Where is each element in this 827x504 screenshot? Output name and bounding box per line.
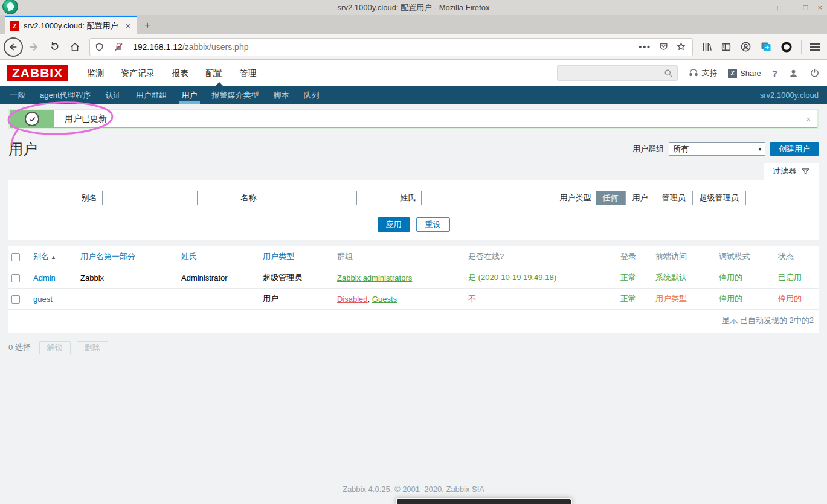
filter-tab[interactable]: 过滤器 [764, 163, 819, 180]
subnav-item-proxies[interactable]: agent代理程序 [33, 86, 98, 104]
user-type-user-button[interactable]: 用户 [625, 191, 655, 205]
frontend-access-link[interactable]: 用户类型 [655, 294, 687, 303]
library-icon[interactable] [701, 42, 712, 53]
group-separator: , [368, 295, 372, 304]
header-alias[interactable]: 别名▲ [30, 246, 77, 267]
zabbix-sia-link[interactable]: Zabbix SIA [446, 485, 484, 494]
header-surname[interactable]: 姓氏 [178, 246, 260, 267]
subnav-item-media-types[interactable]: 报警媒介类型 [205, 86, 266, 104]
subnav-item-users[interactable]: 用户 [175, 86, 205, 104]
sidebar-icon[interactable] [721, 42, 732, 53]
user-type-admin-button[interactable]: 管理员 [655, 191, 693, 205]
selected-count: 0 选择 [8, 342, 31, 353]
status-link[interactable]: 已启用 [778, 273, 802, 282]
sort-asc-icon: ▲ [51, 254, 56, 260]
user-type-superadmin-button[interactable]: 超级管理员 [692, 191, 746, 205]
subnav-item-user-groups[interactable]: 用户群组 [129, 86, 175, 104]
login-status-link[interactable]: 正常 [620, 294, 636, 303]
zabbix-favicon: Z [10, 21, 19, 31]
insecure-lock-icon[interactable] [114, 42, 123, 52]
page-actions-icon[interactable]: ••• [639, 42, 651, 52]
url-bar[interactable]: 192.168.1.12/zabbix/users.php ••• [89, 38, 693, 56]
table-count-text: 显示 已自动发现的 2中的2 [8, 310, 819, 333]
table-header-row: 别名▲ 用户名第一部分 姓氏 用户类型 群组 是否在线? 登录 前端访问 调试模… [8, 246, 819, 267]
forward-button[interactable] [24, 37, 43, 57]
logout-icon[interactable] [809, 68, 820, 78]
group-link[interactable]: Disabled [337, 295, 368, 304]
apply-button[interactable]: 应用 [378, 217, 410, 232]
user-surname-cell [178, 289, 260, 310]
group-link[interactable]: Zabbix administrators [337, 273, 412, 282]
create-user-button[interactable]: 创建用户 [770, 142, 819, 156]
row-checkbox[interactable] [11, 274, 20, 282]
nav-item-inventory[interactable]: 资产记录 [112, 60, 163, 86]
extension-ring-icon[interactable] [780, 41, 793, 53]
select-all-checkbox[interactable] [11, 253, 20, 261]
user-type-label: 用户类型 [560, 193, 591, 203]
frontend-access-link[interactable]: 系统默认 [655, 273, 687, 282]
check-icon [25, 112, 39, 126]
subnav-item-queue[interactable]: 队列 [297, 86, 327, 104]
name-input[interactable] [262, 191, 357, 205]
dock-peek[interactable] [396, 498, 572, 504]
header-name[interactable]: 用户名第一部分 [77, 246, 178, 267]
tab-close-icon[interactable]: × [124, 21, 132, 31]
profile-icon[interactable] [788, 68, 799, 78]
reset-button[interactable]: 重设 [416, 217, 450, 232]
footer-text: Zabbix 4.0.25. © 2001–2020, [343, 485, 446, 494]
nav-item-reports[interactable]: 报表 [163, 60, 197, 86]
close-icon[interactable]: × [817, 3, 822, 12]
pocket-icon[interactable] [658, 42, 669, 52]
url-host: 192.168.1.12 [133, 42, 182, 52]
user-type-segmented: 任何 用户 管理员 超级管理员 [596, 191, 746, 205]
subnav-item-scripts[interactable]: 脚本 [266, 86, 297, 104]
header-user-type[interactable]: 用户类型 [260, 246, 334, 267]
group-link[interactable]: Guests [372, 295, 397, 304]
user-type-cell: 用户 [260, 289, 334, 310]
user-alias-link[interactable]: Admin [33, 273, 56, 282]
help-icon[interactable]: ? [772, 68, 777, 78]
home-button[interactable] [65, 37, 85, 57]
page-content: 用户已更新 × 用户 用户群组 所有 ▼ 创建用户 过滤器 别名 名称 [0, 104, 827, 362]
back-button[interactable] [4, 37, 23, 57]
maximize-icon[interactable]: □ [803, 3, 808, 12]
delete-button[interactable]: 删除 [77, 341, 108, 354]
account-icon[interactable] [740, 41, 751, 53]
user-type-any-button[interactable]: 任何 [596, 191, 626, 205]
surname-input[interactable] [421, 191, 516, 205]
support-label: 支持 [701, 68, 717, 78]
users-table-panel: 别名▲ 用户名第一部分 姓氏 用户类型 群组 是否在线? 登录 前端访问 调试模… [8, 246, 819, 333]
tab-bar: Z srv2.1000y.cloud: 配置用户 × + [0, 15, 827, 34]
tab-title: srv2.1000y.cloud: 配置用户 [24, 21, 120, 31]
support-link[interactable]: 支持 [689, 68, 717, 78]
alias-input[interactable] [102, 191, 198, 205]
menu-icon[interactable] [810, 43, 820, 51]
reload-button[interactable] [45, 37, 64, 57]
row-checkbox[interactable] [11, 295, 20, 304]
nav-item-administration[interactable]: 管理 [231, 60, 265, 86]
send-tab-icon[interactable] [760, 41, 772, 53]
browser-tab[interactable]: Z srv2.1000y.cloud: 配置用户 × [5, 16, 137, 34]
search-input[interactable] [557, 65, 678, 81]
subnav-item-general[interactable]: 一般 [2, 86, 33, 104]
keep-above-icon[interactable]: ↑ [776, 3, 780, 12]
login-status-link[interactable]: 正常 [620, 273, 636, 282]
debug-mode-link[interactable]: 停用的 [719, 294, 742, 303]
zabbix-logo[interactable]: ZABBIX [7, 65, 68, 81]
user-group-select[interactable]: 所有 ▼ [669, 142, 765, 156]
url-text[interactable]: 192.168.1.12/zabbix/users.php [128, 42, 632, 52]
subnav-item-authentication[interactable]: 认证 [98, 86, 129, 104]
minimize-icon[interactable]: – [789, 3, 793, 12]
debug-mode-link[interactable]: 停用的 [719, 273, 742, 282]
header-login: 登录 [617, 246, 652, 267]
user-alias-link[interactable]: guest [33, 295, 53, 304]
share-link[interactable]: Z Share [728, 69, 761, 78]
bookmark-star-icon[interactable] [676, 42, 686, 52]
new-tab-button[interactable]: + [139, 17, 156, 34]
message-close-icon[interactable]: × [806, 110, 817, 127]
headset-icon [689, 68, 698, 78]
unblock-button[interactable]: 解锁 [39, 341, 71, 354]
shield-icon[interactable] [95, 42, 104, 52]
nav-item-monitoring[interactable]: 监测 [79, 60, 112, 86]
status-link[interactable]: 停用的 [778, 294, 802, 303]
